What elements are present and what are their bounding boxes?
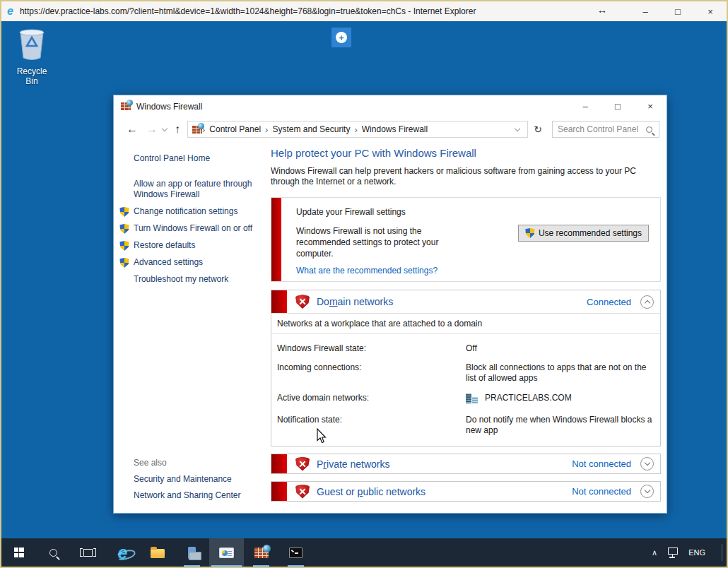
window-close-button[interactable]: ×	[634, 95, 667, 117]
ie-maximize-button[interactable]: □	[662, 1, 694, 21]
expand-chevron-button[interactable]	[640, 457, 654, 471]
history-dropdown-icon[interactable]	[162, 126, 168, 131]
tray-expand-button[interactable]: ∧	[652, 548, 657, 557]
expand-chevron-button[interactable]	[640, 485, 654, 498]
uac-shield-icon	[119, 224, 129, 234]
firewall-icon	[121, 102, 131, 110]
guest-networks-header[interactable]: Guest or public networks Not connected	[271, 481, 661, 502]
ie-title-text: https://dev.practice-labs.com/?client=ht…	[20, 6, 476, 16]
sidebar-link-network-sharing-center[interactable]: Network and Sharing Center	[134, 490, 240, 500]
firewall-off-shield-icon	[295, 457, 310, 471]
search-icon	[49, 549, 57, 557]
firewall-off-shield-icon	[295, 485, 310, 499]
system-tray: ∧ ENG	[652, 538, 727, 567]
sidebar: Control Panel Home Allow an app or featu…	[114, 141, 268, 513]
sidebar-item-troubleshoot-network[interactable]: Troubleshoot my network	[114, 274, 254, 285]
breadcrumb-item-control-panel[interactable]: Control Panel	[205, 124, 265, 134]
search-box	[552, 121, 659, 138]
sidebar-item-control-panel-home[interactable]: Control Panel Home	[114, 153, 254, 164]
show-desktop-button[interactable]	[722, 544, 722, 561]
domain-networks-header[interactable]: Domain networks Connected	[271, 290, 660, 313]
language-indicator[interactable]: ENG	[688, 548, 705, 557]
command-prompt-icon	[289, 548, 303, 558]
see-also-section: See also Security and Maintenance Networ…	[134, 458, 240, 507]
uac-shield-icon	[119, 241, 129, 251]
ie-logo-icon: e	[118, 544, 128, 562]
taskbar-controlpanel-button[interactable]	[209, 538, 244, 567]
forward-button[interactable]: →	[142, 124, 162, 135]
sidebar-item-change-notification-settings[interactable]: Change notification settings	[114, 206, 254, 217]
taskbar-ie-button[interactable]: e	[105, 538, 140, 567]
windows-logo-icon	[14, 548, 24, 557]
detail-row-firewall-state: Windows Firewall state: Off	[277, 343, 654, 354]
taskbar-servermanager-button[interactable]	[175, 538, 209, 567]
breadcrumb[interactable]: › Control Panel › System and Security › …	[187, 121, 528, 138]
recommended-settings-link[interactable]: What are the recommended settings?	[296, 266, 464, 276]
screen: e https://dev.practice-labs.com/?client=…	[0, 0, 728, 568]
refresh-button[interactable]: ↻	[528, 124, 548, 135]
firewall-icon	[254, 548, 269, 558]
detail-label: Notification state:	[277, 415, 466, 436]
detail-value: PRACTICELABS.COM	[485, 393, 572, 403]
private-networks-header[interactable]: Private networks Not connected	[271, 454, 661, 474]
taskbar-search-button[interactable]	[36, 538, 71, 567]
sidebar-item-restore-defaults[interactable]: Restore defaults	[114, 240, 254, 251]
uac-shield-icon	[119, 207, 129, 217]
window-maximize-button[interactable]: □	[601, 95, 634, 117]
firewall-titlebar[interactable]: Windows Firewall – □ ×	[114, 95, 667, 117]
uac-shield-icon	[525, 228, 535, 238]
intro-text: Windows Firewall can help prevent hacker…	[271, 166, 658, 187]
window-content: Control Panel Home Allow an app or featu…	[114, 141, 667, 513]
sidebar-link-security-maintenance[interactable]: Security and Maintenance	[134, 474, 240, 484]
windows-firewall-window: Windows Firewall – □ × ← → ↑ › Control P…	[113, 95, 667, 514]
detail-label: Windows Firewall state:	[277, 343, 466, 354]
sidebar-item-allow-app[interactable]: Allow an app or feature through Windows …	[114, 179, 254, 200]
control-panel-icon	[219, 548, 234, 558]
domain-status-text: Connected	[587, 297, 631, 307]
network-tray-icon[interactable]	[668, 548, 678, 555]
resize-arrows-icon: ↔	[597, 4, 607, 16]
window-minimize-button[interactable]: –	[569, 95, 601, 117]
taskbar-explorer-button[interactable]	[140, 538, 175, 567]
taskbar-firewall-button[interactable]	[244, 538, 278, 567]
taskbar-start-button[interactable]	[1, 538, 36, 567]
firewall-window-controls: – □ ×	[569, 95, 667, 117]
sidebar-item-advanced-settings[interactable]: Advanced settings	[114, 257, 254, 268]
domain-networks-panel: Domain networks Connected Networks at a …	[271, 290, 661, 446]
main-pane: Help protect your PC with Windows Firewa…	[271, 141, 661, 502]
task-view-icon	[83, 549, 93, 557]
ie-close-button[interactable]: ×	[694, 1, 727, 21]
domain-details: Windows Firewall state: Off Incoming con…	[271, 334, 660, 446]
sidebar-item-turn-firewall-on-off[interactable]: Turn Windows Firewall on or off	[114, 223, 254, 234]
ie-titlebar: e https://dev.practice-labs.com/?client=…	[1, 1, 727, 21]
breadcrumb-item-system-security[interactable]: System and Security	[268, 124, 354, 134]
detail-value: Block all connections to apps that are n…	[466, 362, 654, 384]
up-button[interactable]: ↑	[170, 124, 184, 135]
private-status-text: Not connected	[572, 458, 631, 469]
ie-logo-icon: e	[7, 6, 13, 17]
recycle-bin[interactable]: Recycle Bin	[10, 27, 54, 86]
red-stripe	[271, 482, 287, 501]
breadcrumb-firewall-icon	[192, 126, 202, 134]
domain-network-icon	[466, 394, 478, 403]
collapse-chevron-button[interactable]	[640, 295, 654, 309]
update-settings-banner: Update your Firewall settings Windows Fi…	[271, 197, 661, 282]
search-input[interactable]	[553, 124, 646, 134]
red-stripe	[271, 198, 281, 281]
server-manager-icon	[188, 547, 196, 559]
domain-networks-title: Domain networks	[317, 296, 393, 307]
back-button[interactable]: ←	[122, 124, 142, 135]
guest-status-text: Not connected	[572, 486, 631, 497]
search-icon[interactable]	[646, 126, 652, 133]
ie-minimize-button[interactable]: –	[629, 1, 662, 21]
red-stripe	[271, 454, 287, 473]
taskbar-taskview-button[interactable]	[71, 538, 105, 567]
navigation-bar: ← → ↑ › Control Panel › System and Secur…	[114, 117, 667, 141]
address-dropdown-icon[interactable]	[515, 126, 520, 131]
breadcrumb-item-windows-firewall[interactable]: Windows Firewall	[358, 124, 432, 134]
use-recommended-settings-button[interactable]: Use recommended settings	[518, 225, 649, 242]
banner-title: Update your Firewall settings	[296, 207, 464, 217]
taskbar-cmd-button[interactable]	[278, 538, 313, 567]
lab-toolbar-expand-button[interactable]: +	[331, 28, 351, 47]
window-title: Windows Firewall	[136, 102, 202, 112]
